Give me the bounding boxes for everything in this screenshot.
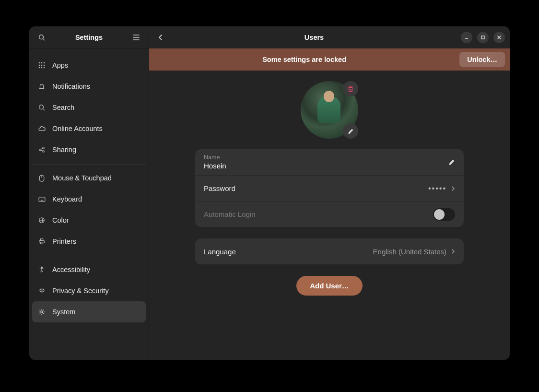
sidebar-item-mouse[interactable]: Mouse & Touchpad [32,167,146,189]
svg-line-38 [42,271,43,273]
sidebar-item-label: Apps [52,61,68,69]
svg-line-37 [40,271,42,273]
grid-icon [38,61,46,69]
language-value: English (United States) [373,248,446,256]
window-controls [461,32,505,43]
sidebar-item-keyboard[interactable]: Keyboard [32,189,146,210]
sidebar-item-label: Search [52,104,74,111]
sidebar-item-system[interactable]: System [32,301,146,322]
svg-point-5 [39,62,40,64]
name-row[interactable]: Name Hosein [195,149,464,175]
svg-point-18 [43,147,45,149]
settings-window: Settings Apps Notifications Search [29,26,510,360]
add-user-button[interactable]: Add User… [296,276,363,296]
unlock-button[interactable]: Unlock… [459,52,505,67]
sidebar-item-accessibility[interactable]: Accessibility [32,259,146,280]
sidebar-item-notifications[interactable]: Notifications [32,76,146,97]
svg-line-1 [43,39,45,41]
svg-rect-44 [349,87,352,91]
sidebar-group: Mouse & Touchpad Keyboard Color Printers [32,164,146,255]
keyboard-icon [38,195,46,203]
language-group: Language English (United States) [195,238,464,264]
sidebar-item-color[interactable]: Color [32,210,146,231]
password-label: Password [204,184,428,192]
sidebar-search-button[interactable] [36,32,47,43]
mouse-icon [38,174,46,182]
password-row[interactable]: Password ••••• [195,175,464,201]
svg-line-16 [43,109,45,111]
gear-icon [38,308,46,316]
sidebar-item-label: System [52,308,75,316]
svg-point-39 [41,311,43,313]
avatar [301,81,358,139]
hamburger-icon [133,35,140,40]
sidebar-item-label: Sharing [52,146,76,154]
sidebar-item-privacy[interactable]: Privacy & Security [32,280,146,301]
sidebar-item-online-accounts[interactable]: Online Accounts [32,118,146,139]
name-label: Name [204,154,455,161]
accessibility-icon [38,266,46,273]
main-header: Users [149,26,510,48]
sidebar-title: Settings [47,34,130,41]
sidebar-item-printers[interactable]: Printers [32,231,146,252]
printer-icon [38,238,46,245]
share-icon [38,146,46,154]
svg-line-21 [41,150,43,151]
sidebar-item-label: Online Accounts [52,125,103,132]
minimize-button[interactable] [461,32,472,43]
chevron-left-icon [158,34,163,41]
trash-icon [347,85,354,92]
close-icon [497,35,502,40]
svg-point-12 [41,67,43,69]
sidebar-item-label: Privacy & Security [52,287,109,295]
svg-point-13 [44,67,45,69]
user-info-group: Name Hosein Password ••••• Automatic Log… [195,149,464,227]
svg-rect-41 [481,36,484,39]
language-row[interactable]: Language English (United States) [195,238,464,264]
cloud-icon [38,125,46,132]
sidebar-item-sharing[interactable]: Sharing [32,139,146,160]
sidebar-item-label: Printers [52,238,76,245]
pencil-icon [348,128,354,134]
sidebar-item-label: Keyboard [52,195,82,203]
sidebar-item-label: Notifications [52,83,90,90]
sidebar: Settings Apps Notifications Search [29,26,149,360]
sidebar-menu-button[interactable] [130,32,142,43]
sidebar-item-label: Color [52,216,69,224]
sidebar-item-label: Mouse & Touchpad [52,174,112,182]
automatic-login-row: Automatic Login [195,201,464,227]
edit-avatar-button[interactable] [343,123,358,139]
close-button[interactable] [493,32,505,43]
sidebar-item-apps[interactable]: Apps [32,55,146,76]
svg-point-9 [41,65,43,66]
page-title: Users [167,34,461,41]
sidebar-header: Settings [29,26,149,48]
sidebar-group: Accessibility Privacy & Security System [32,256,146,325]
color-icon [38,216,46,224]
svg-rect-24 [39,197,45,201]
auto-login-label: Automatic Login [204,210,433,218]
sidebar-item-label: Accessibility [52,266,90,273]
pencil-icon [448,159,455,166]
svg-point-10 [44,65,45,66]
sidebar-item-search[interactable]: Search [32,97,146,118]
back-button[interactable] [154,31,167,44]
sidebar-group: Apps Notifications Search Online Account… [32,52,146,163]
maximize-button[interactable] [477,32,489,43]
language-label: Language [204,248,373,256]
content: Name Hosein Password ••••• Automatic Log… [149,71,510,360]
svg-line-20 [41,148,43,149]
svg-rect-32 [40,239,43,241]
minimize-icon [464,35,469,40]
search-icon [38,34,45,41]
svg-point-34 [41,267,42,268]
password-mask: ••••• [428,184,446,193]
svg-point-7 [44,62,45,64]
sidebar-list[interactable]: Apps Notifications Search Online Account… [29,49,149,360]
name-value: Hosein [204,162,455,170]
delete-avatar-button[interactable] [343,81,358,96]
toggle-knob [434,209,445,220]
svg-point-6 [41,62,43,64]
auto-login-toggle[interactable] [433,208,455,221]
banner-text: Some settings are locked [149,56,459,63]
